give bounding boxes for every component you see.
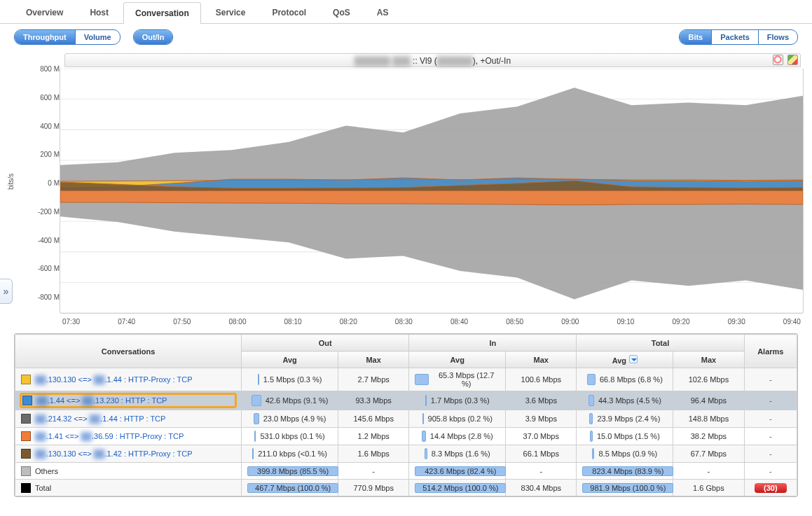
th-out-max[interactable]: Max xyxy=(338,351,409,368)
in-max: 66.1 Mbps xyxy=(506,445,577,463)
th-total[interactable]: Total xyxy=(577,335,744,351)
pill-packets[interactable]: Packets xyxy=(711,30,758,44)
x-axis-ticks: 07:3007:4007:5008:0008:1008:2008:3008:40… xyxy=(60,314,804,326)
in-max: 3.9 Mbps xyxy=(506,410,577,428)
in-max: 37.0 Mbps xyxy=(506,428,577,445)
tab-host[interactable]: Host xyxy=(78,1,121,23)
pill-throughput[interactable]: Throughput xyxy=(15,30,75,44)
tab-conversation[interactable]: Conversation xyxy=(123,2,201,24)
x-tick: 07:50 xyxy=(173,318,191,326)
chart-area: ██████ ███ :: Vl9 (██████), +Out/-In bit… xyxy=(0,50,812,325)
tab-protocol[interactable]: Protocol xyxy=(260,1,318,23)
x-tick: 09:20 xyxy=(673,318,690,326)
tab-as[interactable]: AS xyxy=(365,1,401,23)
conversation-label[interactable]: ██.214.32 <=> ██.1.44 : HTTP : TCP xyxy=(21,414,235,424)
th-in[interactable]: In xyxy=(409,335,577,351)
x-tick: 08:50 xyxy=(506,318,523,326)
th-alarms[interactable]: Alarms xyxy=(744,335,797,368)
total-avg: 15.0 Mbps (1.5 %) xyxy=(577,428,673,445)
alarm-cell: - xyxy=(744,368,797,391)
x-tick: 08:20 xyxy=(340,318,357,326)
out-max: 93.3 Mbps xyxy=(338,391,409,410)
chart-plot[interactable] xyxy=(60,69,804,314)
alarm-badge[interactable]: (30) xyxy=(755,483,787,493)
color-swatch-icon xyxy=(21,483,31,493)
total-max: 67.7 Mbps xyxy=(673,445,744,463)
color-swatch-icon xyxy=(21,375,31,384)
color-picker-icon[interactable] xyxy=(787,55,798,65)
conversation-label[interactable]: ██.130.130 <=> ██.1.44 : HTTP-Proxy : TC… xyxy=(21,375,235,384)
x-tick: 09:40 xyxy=(783,318,801,326)
chart-tool-icons xyxy=(773,55,798,65)
x-tick: 08:10 xyxy=(284,318,302,326)
pill-outin[interactable]: Out/In xyxy=(134,30,173,44)
table-row[interactable]: ██.130.130 <=> ██.1.42 : HTTP-Proxy : TC… xyxy=(15,445,797,463)
th-total-max[interactable]: Max xyxy=(673,351,744,368)
total-avg: 44.3 Mbps (4.5 %) xyxy=(577,391,673,410)
th-total-avg[interactable]: Avg xyxy=(577,351,673,368)
color-swatch-icon xyxy=(21,414,31,424)
pill-bits[interactable]: Bits xyxy=(680,30,711,44)
direction-group: Out/In xyxy=(133,29,174,45)
in-avg: 905.8 kbps (0.2 %) xyxy=(409,410,506,428)
in-avg: 14.4 Mbps (2.8 %) xyxy=(409,428,506,445)
out-avg: 531.0 kbps (0.1 %) xyxy=(242,428,338,445)
out-max: 2.7 Mbps xyxy=(338,368,409,391)
sort-desc-icon[interactable] xyxy=(629,355,638,363)
y-tick: -200 M xyxy=(38,207,60,215)
out-max: 1.6 Mbps xyxy=(338,445,409,463)
tab-overview[interactable]: Overview xyxy=(14,1,75,23)
alarm-cell: - xyxy=(744,391,797,410)
out-avg: 42.6 Mbps (9.1 %) xyxy=(242,391,338,410)
total-max: 102.6 Mbps xyxy=(673,368,744,391)
th-conversations[interactable]: Conversations xyxy=(15,335,242,368)
total-max: 96.4 Mbps xyxy=(673,391,744,410)
top-tabs: Overview Host Conversation Service Proto… xyxy=(0,0,812,24)
in-max: 3.6 Mbps xyxy=(506,391,577,410)
th-out-avg[interactable]: Avg xyxy=(242,351,338,368)
y-tick: 400 M xyxy=(40,122,60,130)
in-avg: 65.3 Mbps (12.7 %) xyxy=(409,368,506,391)
tab-qos[interactable]: QoS xyxy=(321,1,362,23)
expand-handle-icon[interactable]: » xyxy=(0,279,13,304)
total-avg: 8.5 Mbps (0.9 %) xyxy=(577,445,673,463)
chart-title: ██████ ███ :: Vl9 (██████), +Out/-In xyxy=(64,53,801,67)
conversation-label[interactable]: ██.130.130 <=> ██.1.42 : HTTP-Proxy : TC… xyxy=(21,449,235,459)
x-tick: 08:30 xyxy=(395,318,413,326)
table-row-others[interactable]: Others399.8 Mbps (85.5 %)-423.6 Mbps (82… xyxy=(15,463,797,480)
color-swatch-icon xyxy=(21,466,31,476)
y-tick: 600 M xyxy=(40,93,60,101)
x-tick: 08:40 xyxy=(450,318,468,326)
in-max: 100.6 Mbps xyxy=(506,368,577,391)
table-row-total[interactable]: Total467.7 Mbps (100.0 %)770.9 Mbps514.2… xyxy=(15,480,797,496)
out-max: 145.6 Mbps xyxy=(338,410,409,428)
total-max: 148.8 Mbps xyxy=(673,410,744,428)
y-tick: -400 M xyxy=(38,236,60,244)
zoom-icon[interactable] xyxy=(773,55,783,65)
conversations-table: Conversations Out In Total Alarms Avg Ma… xyxy=(14,333,798,497)
x-tick: 07:30 xyxy=(62,318,80,326)
x-tick: 09:00 xyxy=(561,318,579,326)
th-out[interactable]: Out xyxy=(242,335,409,351)
toolbar: Throughput Volume Out/In Bits Packets Fl… xyxy=(0,24,812,50)
table-row[interactable]: ██.1.44 <=> ██.13.230 : HTTP : TCP42.6 M… xyxy=(15,391,797,410)
x-tick: 09:30 xyxy=(728,318,745,326)
y-axis-ticks: 800 M600 M400 M200 M0 M-200 M-400 M-600 … xyxy=(22,52,60,325)
y-tick: -800 M xyxy=(38,293,60,301)
y-tick: 800 M xyxy=(40,65,60,73)
table-row[interactable]: ██.214.32 <=> ██.1.44 : HTTP : TCP23.0 M… xyxy=(15,410,797,428)
conversation-label[interactable]: ██.1.41 <=> ██.36.59 : HTTP-Proxy : TCP xyxy=(21,431,235,441)
tab-service[interactable]: Service xyxy=(204,1,258,23)
alarm-cell: - xyxy=(744,410,797,428)
table-row[interactable]: ██.130.130 <=> ██.1.44 : HTTP-Proxy : TC… xyxy=(15,368,797,391)
th-in-max[interactable]: Max xyxy=(506,351,577,368)
pill-volume[interactable]: Volume xyxy=(75,30,120,44)
unit-group: Bits Packets Flows xyxy=(679,29,798,45)
color-swatch-icon xyxy=(21,431,31,441)
pill-flows[interactable]: Flows xyxy=(758,30,797,44)
table-row[interactable]: ██.1.41 <=> ██.36.59 : HTTP-Proxy : TCP5… xyxy=(15,428,797,445)
x-tick: 08:00 xyxy=(228,318,246,326)
th-in-avg[interactable]: Avg xyxy=(409,351,506,368)
conversation-label[interactable]: ██.1.44 <=> ██.13.230 : HTTP : TCP xyxy=(21,394,235,407)
color-swatch-icon xyxy=(22,396,32,405)
